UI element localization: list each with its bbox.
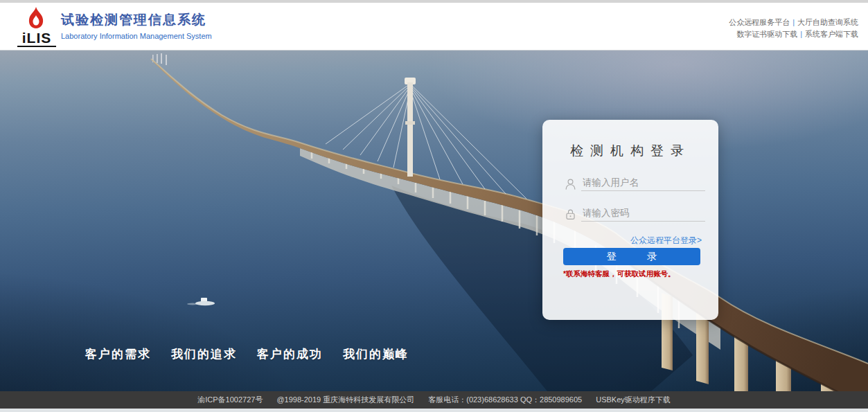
login-button[interactable]: 登录: [563, 248, 700, 265]
brand-titles: 试验检测管理信息系统 Laboratory Information Manage…: [61, 11, 212, 40]
header-links-row1: 公众远程服务平台|大厅自助查询系统: [729, 17, 858, 28]
link-certificate-driver-download[interactable]: 数字证书驱动下载: [736, 30, 797, 38]
link-separator: |: [800, 30, 802, 38]
public-remote-platform-login-link[interactable]: 公众远程平台登录>: [630, 235, 702, 247]
link-separator: |: [792, 18, 795, 26]
flame-icon: [24, 7, 48, 32]
slogan-item: 我们的巅峰: [343, 346, 409, 362]
logo-text: iLIS: [17, 30, 56, 47]
header: iLIS 试验检测管理信息系统 Laboratory Information M…: [0, 3, 868, 51]
logo: iLIS: [17, 6, 56, 48]
site-title-cn: 试验检测管理信息系统: [61, 11, 212, 29]
username-input[interactable]: [581, 177, 705, 191]
login-panel: 检测机构登录 公众远程平台登录> 登录 *联系海特客服，可获取试用账号。: [542, 120, 718, 320]
lock-icon: [565, 208, 576, 220]
user-icon: [565, 178, 576, 190]
usbkey-driver-download-link[interactable]: USBKey驱动程序下载: [596, 395, 671, 405]
slogan-item: 客户的需求: [85, 346, 151, 362]
header-links-row2: 数字证书驱动下载|系统客户端下载: [729, 28, 858, 40]
link-client-download[interactable]: 系统客户端下载: [805, 30, 858, 38]
link-hall-self-query[interactable]: 大厅自助查询系统: [797, 18, 858, 26]
login-title: 检测机构登录: [542, 142, 718, 160]
hero-background: 客户的需求 我们的追求 客户的成功 我们的巅峰: [0, 51, 868, 391]
header-links: 公众远程服务平台|大厅自助查询系统 数字证书驱动下载|系统客户端下载: [729, 17, 858, 40]
boat: [187, 298, 215, 305]
slogan-item: 我们的追求: [171, 346, 237, 362]
bottom-strip: [0, 409, 868, 412]
link-public-remote-platform[interactable]: 公众远程服务平台: [729, 18, 790, 26]
slogan-item: 客户的成功: [257, 346, 323, 362]
password-row: [565, 206, 702, 222]
service-phone-text: 客服电话：(023)68628633 QQ：2850989605: [428, 395, 582, 405]
site-title-en: Laboratory Information Management System: [61, 32, 212, 40]
icp-record-link[interactable]: 渝ICP备1002727号: [197, 395, 263, 405]
bridge-illustration: [0, 51, 868, 391]
slogan-row: 客户的需求 我们的追求 客户的成功 我们的巅峰: [85, 346, 409, 362]
password-input[interactable]: [581, 208, 705, 222]
footer: 渝ICP备1002727号 @1998-2019 重庆海特科技发展有限公司 客服…: [0, 391, 868, 409]
copyright-text: @1998-2019 重庆海特科技发展有限公司: [276, 395, 414, 405]
trial-account-note: *联系海特客服，可获取试用账号。: [563, 269, 675, 279]
distant-piers: [152, 53, 167, 65]
username-row: [565, 175, 702, 191]
